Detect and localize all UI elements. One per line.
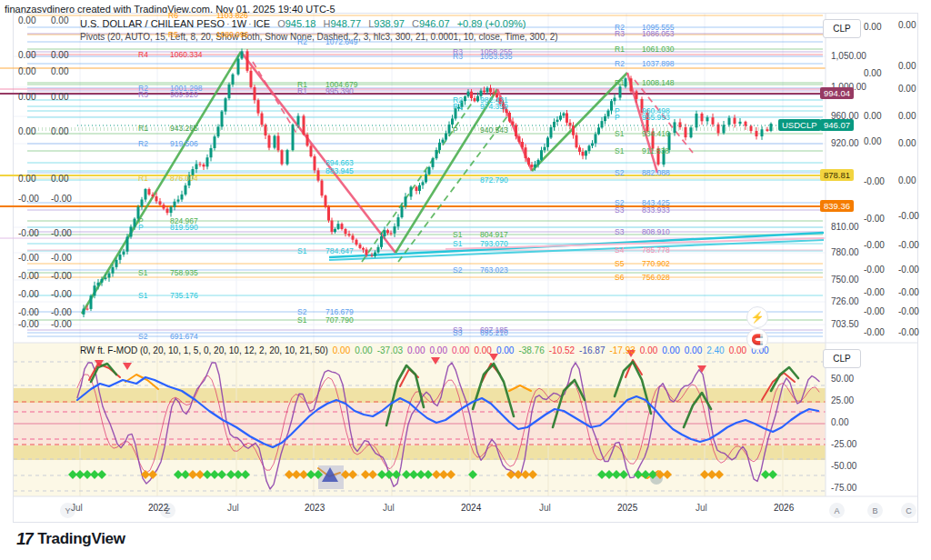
tradingview-logo-icon: 17 [15, 529, 33, 549]
chart-graphics [0, 0, 931, 560]
currency-button-oscillator[interactable]: CLP [823, 349, 861, 368]
zigzag-dashed-line [253, 62, 297, 135]
button-c[interactable]: C [901, 503, 916, 518]
button-z[interactable]: Z [160, 503, 175, 518]
tradingview-logo[interactable]: 17 TradingView [16, 529, 125, 549]
tradingview-logo-text: TradingView [37, 530, 125, 548]
flash-order-icon[interactable]: ⚡ [746, 306, 768, 328]
magnet-icon[interactable]: 🧲 [746, 328, 768, 350]
button-a[interactable]: A [829, 503, 845, 518]
button-b[interactable]: B [867, 503, 883, 518]
tradingview-chart-page: finanzasydinero created with TradingView… [0, 0, 931, 560]
currency-button-main[interactable]: CLP [823, 19, 861, 38]
zigzag-line [241, 52, 395, 253]
button-y[interactable]: Y [60, 503, 75, 518]
zigzag-dashed-line [398, 116, 507, 262]
